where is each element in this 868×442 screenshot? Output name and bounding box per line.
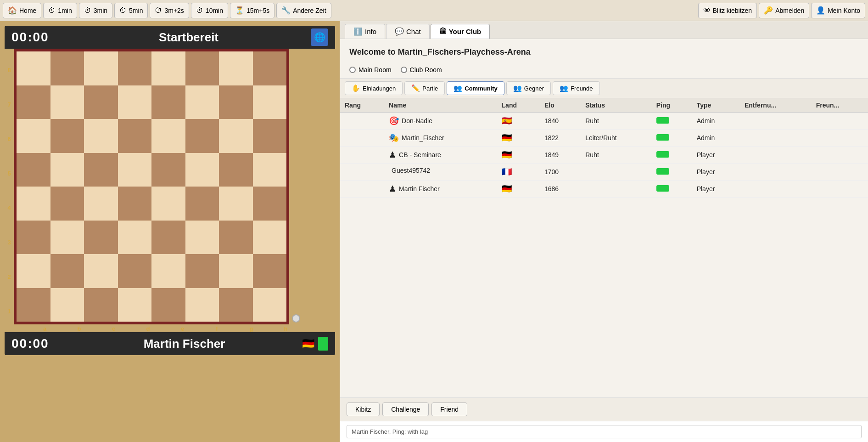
cell-name: ♟Martin Fischer bbox=[384, 181, 497, 197]
tab-info[interactable]: ℹ️Info bbox=[345, 24, 385, 39]
cell-elo: 1700 bbox=[540, 164, 581, 181]
table-row[interactable]: ♟Martin Fischer🇩🇪1686Player bbox=[340, 181, 868, 198]
main-room-option[interactable]: Main Room bbox=[349, 66, 392, 74]
table-row[interactable]: Guest495742🇫🇷1700Player bbox=[340, 164, 868, 181]
toolbar-btn-abmelden[interactable]: 🔑Abmelden bbox=[759, 3, 809, 18]
chess-square bbox=[219, 254, 253, 288]
club-room-option[interactable]: Club Room bbox=[401, 66, 442, 74]
cell-elo: 1840 bbox=[540, 113, 581, 130]
bottom-player-bar: 00:00 Martin Fischer 🇩🇪 bbox=[5, 332, 335, 355]
toolbar-btn-5min[interactable]: ⏱5min bbox=[114, 3, 148, 18]
sub-tab-partie[interactable]: ✏️Partie bbox=[404, 81, 445, 95]
action-btn-challenge[interactable]: Challenge bbox=[382, 402, 429, 416]
player-name: Guest495742 bbox=[392, 167, 430, 174]
file-label: f bbox=[200, 324, 234, 332]
chess-square bbox=[151, 221, 185, 255]
sub-tab-freunde[interactable]: 👥Freunde bbox=[553, 81, 599, 95]
cell-flag: 🇫🇷 bbox=[497, 164, 540, 181]
sub-tab-gegner[interactable]: 👥Gegner bbox=[506, 81, 551, 95]
cell-flag: 🇪🇸 bbox=[497, 113, 540, 130]
toolbar-btn-home[interactable]: 🏠Home bbox=[3, 3, 41, 18]
bottom-player-time: 00:00 bbox=[11, 336, 67, 351]
action-btn-kibitz[interactable]: Kibitz bbox=[347, 402, 380, 416]
cell-rang bbox=[340, 164, 384, 181]
file-labels: abcdefgh bbox=[28, 324, 303, 332]
players-table: RangNameLandEloStatusPingTypeEntfernu...… bbox=[340, 98, 868, 397]
table-row[interactable]: ♟CB - Seminare🇩🇪1849RuhtPlayer bbox=[340, 147, 868, 164]
cell-flag: 🇩🇪 bbox=[497, 181, 540, 198]
file-label: c bbox=[96, 324, 131, 332]
cell-freunde bbox=[812, 164, 868, 181]
chess-square bbox=[50, 221, 84, 255]
sub-tab-icon-freunde: 👥 bbox=[560, 84, 568, 92]
toolbar-btn-3m2s[interactable]: ⏱3m+2s bbox=[150, 3, 189, 18]
chess-square bbox=[17, 153, 50, 187]
tab-yourclub[interactable]: 🏛Your Club bbox=[431, 24, 490, 39]
chess-square bbox=[118, 153, 152, 187]
chess-square bbox=[84, 288, 118, 322]
toolbar-btn-10min[interactable]: ⏱10min bbox=[191, 3, 228, 18]
chess-square bbox=[151, 153, 185, 187]
action-btn-friend[interactable]: Friend bbox=[431, 402, 467, 416]
status-input[interactable] bbox=[347, 425, 862, 438]
cell-type: Player bbox=[692, 147, 740, 164]
cell-ping bbox=[652, 147, 692, 164]
sub-tab-icon-gegner: 👥 bbox=[513, 84, 522, 92]
toolbar-btn-3min[interactable]: ⏱3min bbox=[79, 3, 112, 18]
chess-square bbox=[50, 288, 84, 322]
toolbar-btn-andere[interactable]: 🔧Andere Zeit bbox=[276, 3, 331, 18]
chess-square bbox=[185, 254, 219, 288]
chess-square bbox=[17, 221, 50, 255]
btn-icon-andere: 🔧 bbox=[281, 6, 291, 15]
toolbar-btn-1min[interactable]: ⏱1min bbox=[43, 3, 77, 18]
chess-square bbox=[50, 153, 84, 187]
top-player-name: Startbereit bbox=[67, 30, 311, 45]
toolbar-btn-15m5s[interactable]: ⏳15m+5s bbox=[230, 3, 274, 18]
bottom-player-flag: 🇩🇪 bbox=[302, 338, 314, 350]
cell-flag: 🇩🇪 bbox=[497, 130, 540, 147]
chess-square bbox=[253, 254, 287, 288]
table-row[interactable]: 🎭Martin_Fischer🇩🇪1822Leiter/RuhtAdmin bbox=[340, 130, 868, 147]
cell-entfernung bbox=[740, 164, 812, 181]
cell-name: 🎯Don-Nadie bbox=[384, 113, 497, 129]
file-label: h bbox=[269, 324, 303, 332]
club-room-label: Club Room bbox=[410, 66, 442, 74]
cell-rang bbox=[340, 113, 384, 130]
table-column-header: Name bbox=[384, 98, 497, 113]
chess-square bbox=[151, 187, 185, 221]
avatar-icon: 🎯 bbox=[389, 116, 399, 126]
club-room-radio[interactable] bbox=[401, 67, 407, 73]
btn-icon-home: 🏠 bbox=[8, 6, 17, 15]
btn-icon-3min: ⏱ bbox=[84, 6, 91, 15]
chess-square bbox=[219, 119, 253, 153]
toolbar-btn-konto[interactable]: 👤Mein Konto bbox=[811, 3, 865, 18]
toolbar-btn-blitz[interactable]: 👁Blitz kiebitzen bbox=[698, 3, 757, 18]
chess-square bbox=[185, 85, 219, 119]
tab-icon-yourclub: 🏛 bbox=[439, 28, 447, 36]
chess-square bbox=[118, 187, 152, 221]
ping-indicator bbox=[656, 134, 669, 141]
chess-square bbox=[185, 221, 219, 255]
chess-square bbox=[118, 51, 152, 85]
community-table: RangNameLandEloStatusPingTypeEntfernu...… bbox=[340, 98, 868, 198]
sub-tab-community[interactable]: 👥Community bbox=[447, 81, 504, 95]
sub-tab-einladungen[interactable]: ✋Einladungen bbox=[345, 81, 403, 95]
left-panel: 00:00 Startbereit 🌐 87654321 abcdefgh 00… bbox=[0, 21, 340, 442]
cell-rang bbox=[340, 147, 384, 164]
cell-status bbox=[581, 181, 652, 198]
file-label: g bbox=[234, 324, 269, 332]
table-row[interactable]: 🎯Don-Nadie🇪🇸1840RuhtAdmin bbox=[340, 113, 868, 130]
cell-ping bbox=[652, 181, 692, 198]
cell-type: Player bbox=[692, 164, 740, 181]
main-room-radio[interactable] bbox=[349, 67, 356, 73]
chess-square bbox=[84, 187, 118, 221]
chess-square bbox=[253, 153, 287, 187]
ping-indicator bbox=[656, 117, 669, 124]
chess-square bbox=[17, 254, 50, 288]
chess-square bbox=[118, 119, 152, 153]
rank-label: 6 bbox=[5, 122, 14, 156]
chess-square bbox=[50, 254, 84, 288]
board-container: 87654321 abcdefgh bbox=[5, 49, 335, 332]
tab-chat[interactable]: 💬Chat bbox=[386, 24, 430, 39]
chess-square bbox=[151, 119, 185, 153]
